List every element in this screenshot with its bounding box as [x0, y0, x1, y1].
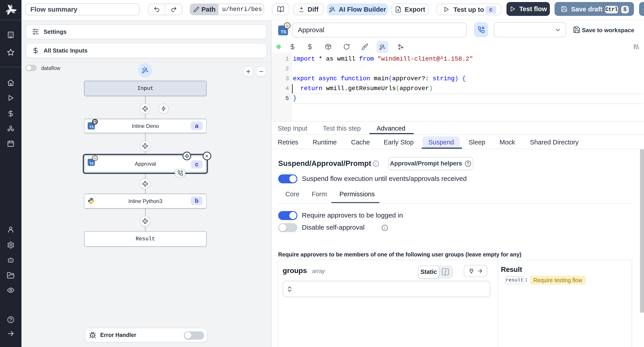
svg-text:TS: TS: [281, 30, 286, 34]
svg-text:TS: TS: [90, 125, 94, 129]
svg-text:TS: TS: [90, 162, 94, 165]
